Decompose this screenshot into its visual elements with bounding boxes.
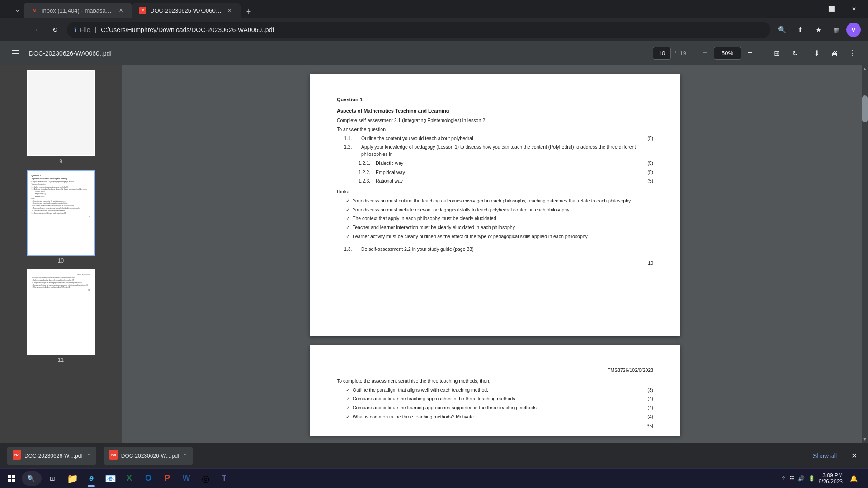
download-chevron-1[interactable]: ⌃ xyxy=(86,453,91,459)
split-view-button[interactable]: ▦ xyxy=(828,22,844,38)
list-item-1-2: 1.2. Apply your knowledge of pedagogy (L… xyxy=(337,144,653,158)
taskbar-app-file-explorer[interactable]: 📁 xyxy=(63,469,81,488)
pdf-toolbar-right: ⬇ 🖨 ⋮ xyxy=(808,45,861,61)
svg-text:PDF: PDF xyxy=(14,453,21,456)
item-1-2-3-num: 1.2.3. xyxy=(359,178,372,185)
thumbnail-page-11[interactable]: TMS3726/102/0/2023 To complete the asses… xyxy=(27,269,95,355)
pdf-print-button[interactable]: 🖨 xyxy=(826,45,843,61)
tab-overflow-btn[interactable]: ⌄ xyxy=(11,3,24,15)
edge-browser-icon: e xyxy=(89,474,94,483)
taskbar-app-powerpoint[interactable]: P xyxy=(158,469,176,488)
browser-frame: ⌄ M Inbox (11,404) - mabasavh@gma... ✕ P… xyxy=(0,0,868,488)
bottom-bar-close-button[interactable]: ✕ xyxy=(848,448,861,464)
pdf-menu-button[interactable]: ☰ xyxy=(7,45,24,61)
zoom-out-button[interactable]: − xyxy=(698,46,712,61)
thumbnail-page-9[interactable] xyxy=(27,70,95,156)
rotate-button[interactable]: ↻ xyxy=(787,45,803,61)
hint-2: ✓ Your discussion must include relevant … xyxy=(337,206,653,214)
address-bar: ← → ↻ ℹ File | C:/Users/Humphrey/Downloa… xyxy=(0,18,868,42)
fit-page-button[interactable]: ⊞ xyxy=(769,45,785,61)
tab-pdf-close[interactable]: ✕ xyxy=(225,6,233,14)
excel-icon: X xyxy=(127,474,132,483)
tray-icons: ⇧ ☷ 🔊 🔋 xyxy=(781,475,815,482)
thumbnail-page-10[interactable]: Question 1 Aspects of Mathematics Teachi… xyxy=(27,170,95,256)
page-11-item-2-score: (4) xyxy=(640,395,653,403)
pdf-download-button[interactable]: ⬇ xyxy=(808,45,825,61)
item-1-2-3-score: (5) xyxy=(640,178,653,185)
page-11-item-4-score: (4) xyxy=(640,413,653,421)
share-button[interactable]: ⬆ xyxy=(792,22,808,38)
refresh-button[interactable]: ↻ xyxy=(47,22,63,38)
download-name-1: DOC-20230626-W....pdf xyxy=(24,453,83,459)
search-toolbar-button[interactable]: 🔍 xyxy=(774,22,790,38)
taskbar-app-teams[interactable]: T xyxy=(215,469,233,488)
taskbar-app-taskview[interactable]: ⊞ xyxy=(43,469,61,488)
taskbar-app-chrome[interactable]: ◎ xyxy=(196,469,214,488)
pdf-favicon-icon: P xyxy=(139,7,146,14)
tab-gmail[interactable]: M Inbox (11,404) - mabasavh@gma... ✕ xyxy=(24,3,132,18)
page-11-intro: To complete the assessment scrutinise th… xyxy=(337,378,653,385)
tab-gmail-close[interactable]: ✕ xyxy=(117,6,125,14)
tray-speaker-icon[interactable]: 🔊 xyxy=(798,475,805,482)
clock[interactable]: 3:09 PM 6/26/2023 xyxy=(819,472,843,485)
show-all-button[interactable]: Show all xyxy=(806,449,844,463)
favorites-button[interactable]: ★ xyxy=(810,22,826,38)
taskview-icon: ⊞ xyxy=(50,475,55,482)
taskbar-app-edge[interactable]: e xyxy=(82,469,100,488)
page-11-item-3-score: (4) xyxy=(640,404,653,412)
item-1-2-3-text: Rational way xyxy=(376,178,636,185)
tab-pdf[interactable]: P DOC-20230626-WA0060..pdf ✕ xyxy=(132,3,241,18)
clock-date: 6/26/2023 xyxy=(819,479,843,485)
tab-bar: M Inbox (11,404) - mabasavh@gma... ✕ P D… xyxy=(24,0,798,18)
powerpoint-icon: P xyxy=(165,474,170,483)
chrome-icon: ◎ xyxy=(202,473,209,484)
maximize-button[interactable]: ⬜ xyxy=(821,2,842,16)
scroll-thumb[interactable] xyxy=(862,95,868,122)
page-11-item-1: ✓ Outline the paradigm that aligns well … xyxy=(337,387,653,394)
thumbnail-label-10: 10 xyxy=(58,258,64,264)
system-tray: ⇧ ☷ 🔊 🔋 3:09 PM 6/26/2023 🔔 xyxy=(781,471,864,486)
tray-up-arrow[interactable]: ⇧ xyxy=(781,475,786,482)
profile-button[interactable]: V xyxy=(846,23,861,37)
start-button[interactable] xyxy=(4,470,20,487)
notification-button[interactable]: 🔔 xyxy=(846,471,861,486)
close-button[interactable]: ✕ xyxy=(844,2,864,16)
forward-button[interactable]: → xyxy=(27,22,43,38)
bottom-download-bar: PDF DOC-20230626-W....pdf ⌃ PDF DOC-2023… xyxy=(0,443,868,468)
scroll-up-btn[interactable]: ▲ xyxy=(862,65,868,72)
taskbar-app-word[interactable]: W xyxy=(177,469,195,488)
thumbnail-content-9 xyxy=(28,71,94,155)
new-tab-button[interactable]: + xyxy=(242,5,255,18)
taskbar-app-mail[interactable]: 📧 xyxy=(101,469,119,488)
page-11-item-2-text: Compare and critique the teaching approa… xyxy=(353,395,637,403)
main-content: 9 Question 1 Aspects of Mathematics Teac… xyxy=(0,65,868,443)
download-chevron-2[interactable]: ⌃ xyxy=(183,453,187,459)
minimize-button[interactable]: — xyxy=(798,2,819,16)
zoom-in-button[interactable]: + xyxy=(743,46,757,61)
address-input[interactable]: ℹ File | C:/Users/Humphrey/Downloads/DOC… xyxy=(67,22,770,38)
tray-battery-icon[interactable]: 🔋 xyxy=(808,475,815,482)
item-1-1-text: Outline the content you would teach abou… xyxy=(361,135,636,142)
page-number-input[interactable] xyxy=(653,47,671,60)
file-explorer-icon: 📁 xyxy=(67,473,78,484)
hint-2-text: Your discussion must include relevant pe… xyxy=(353,206,653,214)
pdf-more-button[interactable]: ⋮ xyxy=(844,45,861,61)
download-item-1[interactable]: PDF DOC-20230626-W....pdf ⌃ xyxy=(7,447,96,465)
item-1-2-2-num: 1.2.2. xyxy=(359,169,372,176)
taskbar-app-outlook[interactable]: O xyxy=(139,469,157,488)
tray-network-icon[interactable]: ☷ xyxy=(789,475,794,482)
scroll-down-btn[interactable]: ▼ xyxy=(862,436,868,443)
notification-icon: 🔔 xyxy=(850,475,858,482)
page-11-item-2: ✓ Compare and critique the teaching appr… xyxy=(337,395,653,403)
address-separator: | xyxy=(95,26,97,33)
taskbar-app-excel[interactable]: X xyxy=(120,469,138,488)
download-item-2[interactable]: PDF DOC-20230626-W....pdf ⌃ xyxy=(104,447,193,465)
page-separator: / xyxy=(673,50,678,56)
thumbnail-item-10: Question 1 Aspects of Mathematics Teachi… xyxy=(27,170,95,264)
zoom-level-display[interactable]: 50% xyxy=(714,47,741,60)
taskbar-search[interactable]: 🔍 xyxy=(22,471,42,486)
gmail-favicon-icon: M xyxy=(31,7,38,14)
pdf-scrollbar[interactable]: ▲ ▼ xyxy=(862,65,868,443)
page-11-item-3: ✓ Compare and critique the learning appr… xyxy=(337,404,653,412)
back-button[interactable]: ← xyxy=(7,22,24,38)
